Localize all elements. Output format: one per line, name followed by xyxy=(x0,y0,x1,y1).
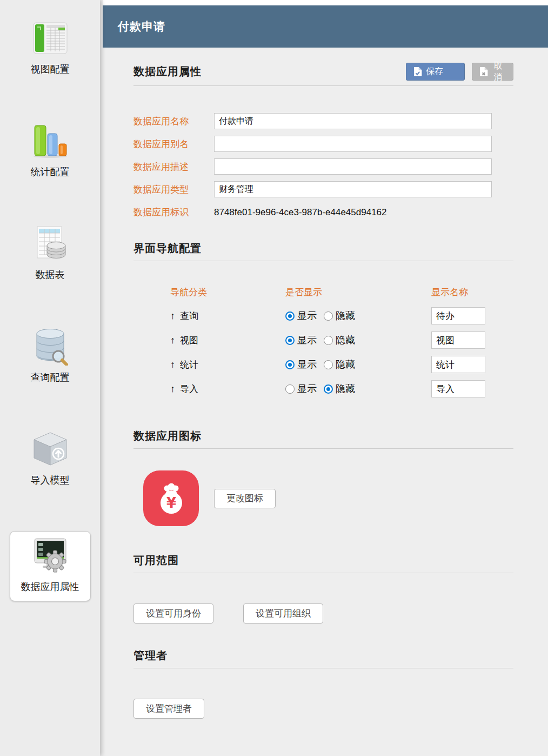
app-alias-input[interactable] xyxy=(214,136,492,152)
section-navigation-config: 界面导航配置 导航分类 是否显示 显示名称 ↑ 查询 显 xyxy=(133,241,513,397)
move-up-icon[interactable]: ↑ xyxy=(170,335,175,346)
nav-category-label: 查询 xyxy=(180,310,198,322)
sidebar-item-import-model[interactable]: 导入模型 xyxy=(10,428,91,492)
app-description-input[interactable] xyxy=(214,158,492,175)
display-name-input[interactable] xyxy=(431,356,485,373)
move-up-icon[interactable]: ↑ xyxy=(170,383,175,395)
import-model-icon xyxy=(30,428,71,469)
navigation-row-stats: ↑ 统计 显示 隐藏 xyxy=(133,356,513,373)
navigation-table: 导航分类 是否显示 显示名称 ↑ 查询 显示 隐藏 xyxy=(133,286,513,397)
show-radio-label[interactable]: 显示 xyxy=(297,309,317,322)
stats-config-icon xyxy=(30,120,71,161)
form-row: 数据应用类型 xyxy=(133,181,513,197)
navigation-table-header: 导航分类 是否显示 显示名称 xyxy=(133,286,513,299)
sidebar-item-label: 统计配置 xyxy=(31,165,70,178)
view-config-icon xyxy=(30,17,71,58)
display-name-input[interactable] xyxy=(431,331,485,349)
column-header-category: 导航分类 xyxy=(133,286,285,299)
admin-section-title: 管理者 xyxy=(133,648,168,663)
hide-radio-label[interactable]: 隐藏 xyxy=(336,358,355,371)
section-app-properties: 数据应用属性 保存 xyxy=(133,63,513,218)
show-radio-label[interactable]: 显示 xyxy=(297,334,317,347)
page-header: 付款申请 xyxy=(103,5,548,48)
sidebar-item-label: 查询配置 xyxy=(31,371,70,384)
svg-text:¥: ¥ xyxy=(166,495,176,511)
navigation-row-query: ↑ 查询 显示 隐藏 xyxy=(133,307,513,324)
move-up-icon[interactable]: ↑ xyxy=(170,310,175,322)
hide-radio[interactable] xyxy=(324,360,333,369)
hide-radio-label[interactable]: 隐藏 xyxy=(336,382,355,395)
save-button[interactable]: 保存 xyxy=(406,63,465,81)
app-id-value: 8748fe01-9e96-4ce3-987b-e44e45d94162 xyxy=(214,207,387,218)
hide-radio[interactable] xyxy=(324,336,333,345)
nav-category-label: 导入 xyxy=(180,383,198,395)
display-name-input[interactable] xyxy=(431,307,485,324)
show-radio[interactable] xyxy=(285,360,295,369)
section-scope: 可用范围 设置可用身份 设置可用组织 xyxy=(133,553,513,624)
main-panel: 付款申请 数据应用属性 保存 xyxy=(100,0,548,719)
sidebar-item-label: 数据应用属性 xyxy=(21,580,79,593)
move-up-icon[interactable]: ↑ xyxy=(170,359,175,370)
sidebar-item-view-config[interactable]: 视图配置 xyxy=(10,17,91,81)
navigation-section-title: 界面导航配置 xyxy=(133,241,202,256)
top-gap xyxy=(103,0,548,5)
change-icon-button[interactable]: 更改图标 xyxy=(214,489,276,508)
app-icon-money-bag[interactable]: ¥ xyxy=(143,470,199,526)
form-row: 数据应用别名 xyxy=(133,136,513,152)
app-properties-icon xyxy=(30,535,71,576)
column-header-display-name: 显示名称 xyxy=(431,286,513,299)
display-name-input[interactable] xyxy=(431,380,485,397)
show-radio[interactable] xyxy=(285,336,295,345)
app-description-label: 数据应用描述 xyxy=(133,161,214,173)
query-config-icon xyxy=(30,326,71,367)
set-admin-button[interactable]: 设置管理者 xyxy=(133,699,204,719)
sidebar-item-label: 导入模型 xyxy=(31,474,70,487)
show-radio-label[interactable]: 显示 xyxy=(297,358,317,371)
data-table-icon xyxy=(30,223,71,264)
scope-section-title: 可用范围 xyxy=(133,553,179,568)
app-type-input[interactable] xyxy=(214,181,492,197)
hide-radio[interactable] xyxy=(324,311,333,321)
page-title: 付款申请 xyxy=(118,19,165,34)
sidebar-item-app-properties[interactable]: 数据应用属性 xyxy=(10,531,91,601)
cancel-button[interactable]: 取消 xyxy=(472,63,513,81)
sidebar-item-stats-config[interactable]: 统计配置 xyxy=(10,120,91,184)
form-row: 数据应用描述 xyxy=(133,158,513,175)
sidebar: 视图配置 统计配置 xyxy=(0,0,100,756)
show-radio-label[interactable]: 显示 xyxy=(297,382,317,395)
section-app-icon: 数据应用图标 ¥ 更改图标 xyxy=(133,429,513,526)
section-admin: 管理者 设置管理者 xyxy=(133,648,513,719)
hide-radio-label[interactable]: 隐藏 xyxy=(336,334,355,347)
form-row: 数据应用标识 8748fe01-9e96-4ce3-987b-e44e45d94… xyxy=(133,206,513,218)
show-radio[interactable] xyxy=(285,311,295,321)
nav-category-label: 统计 xyxy=(180,359,198,371)
show-radio[interactable] xyxy=(285,384,295,394)
hide-radio[interactable] xyxy=(324,384,333,394)
column-header-visibility: 是否显示 xyxy=(285,286,431,299)
app-name-label: 数据应用名称 xyxy=(133,115,214,128)
app-properties-form: 数据应用名称 数据应用别名 数据应用描述 数据应用类型 数据应用标识 xyxy=(133,113,513,218)
form-row: 数据应用名称 xyxy=(133,113,513,129)
navigation-row-import: ↑ 导入 显示 隐藏 xyxy=(133,380,513,397)
app-name-input[interactable] xyxy=(214,113,492,129)
sidebar-item-query-config[interactable]: 查询配置 xyxy=(10,326,91,389)
app-id-label: 数据应用标识 xyxy=(133,206,214,218)
cancel-doc-icon xyxy=(479,67,488,77)
set-identity-button[interactable]: 设置可用身份 xyxy=(133,604,213,624)
app-type-label: 数据应用类型 xyxy=(133,183,214,196)
save-button-label: 保存 xyxy=(426,66,443,77)
sidebar-item-data-table[interactable]: 数据表 xyxy=(10,223,91,287)
properties-section-title: 数据应用属性 xyxy=(133,64,202,79)
hide-radio-label[interactable]: 隐藏 xyxy=(336,309,355,322)
save-doc-icon xyxy=(413,67,422,77)
set-organization-button[interactable]: 设置可用组织 xyxy=(243,604,323,624)
icon-section-title: 数据应用图标 xyxy=(133,429,202,443)
sidebar-item-label: 视图配置 xyxy=(31,63,70,76)
navigation-row-view: ↑ 视图 显示 隐藏 xyxy=(133,331,513,349)
sidebar-item-label: 数据表 xyxy=(36,268,65,281)
app-alias-label: 数据应用别名 xyxy=(133,138,214,150)
nav-category-label: 视图 xyxy=(180,334,198,347)
cancel-button-label: 取消 xyxy=(492,61,504,83)
